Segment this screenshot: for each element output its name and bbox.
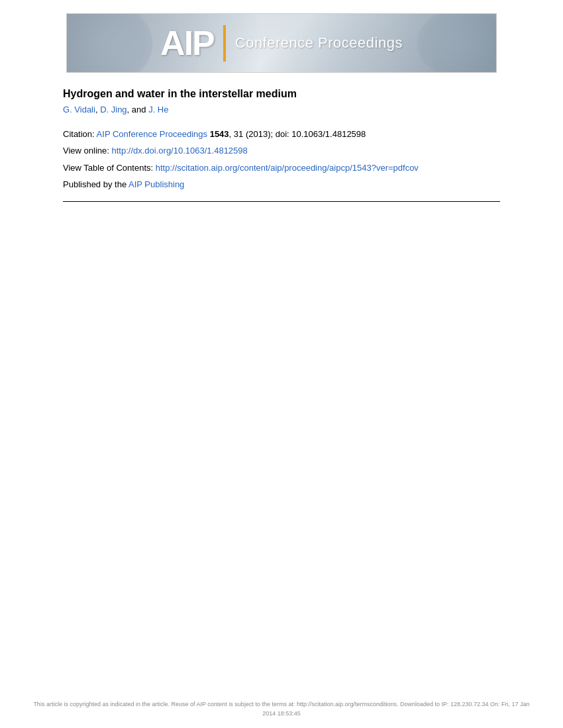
published-label: Published by the — [63, 179, 127, 189]
author-he[interactable]: J. He — [148, 105, 168, 114]
page-wrapper: AIP Conference Proceedings Hydrogen and … — [0, 0, 563, 728]
article-authors: G. Vidali, D. Jing, and J. He — [63, 105, 500, 114]
main-content: Hydrogen and water in the interstellar m… — [0, 73, 563, 728]
conference-proceedings-text: Conference Proceedings — [235, 34, 403, 52]
citation-line: Citation: AIP Conference Proceedings 154… — [63, 126, 500, 142]
view-toc-link[interactable]: http://scitation.aip.org/content/aip/pro… — [156, 163, 419, 173]
citation-pages: 31 (2013); doi: 10.1063/1.4812598 — [234, 129, 366, 139]
view-toc-label: View Table of Contents: — [63, 163, 153, 173]
published-by-line: Published by the AIP Publishing — [63, 177, 500, 192]
publisher-link[interactable]: AIP Publishing — [128, 179, 184, 189]
citation-volume: 1543 — [210, 129, 229, 139]
banner-divider-bar — [223, 25, 226, 62]
author-vidali[interactable]: G. Vidali — [63, 105, 95, 114]
header-banner: AIP Conference Proceedings — [66, 13, 497, 73]
author-jing[interactable]: D. Jing — [100, 105, 127, 114]
banner-content: AIP Conference Proceedings — [67, 14, 496, 72]
citation-volume-bold: 1543, — [210, 129, 234, 139]
citation-journal-link[interactable]: AIP Conference Proceedings — [97, 129, 207, 139]
view-online-line: View online: http://dx.doi.org/10.1063/1… — [63, 143, 500, 158]
view-toc-line: View Table of Contents: http://scitation… — [63, 160, 500, 175]
citation-label: Citation: — [63, 129, 95, 139]
view-online-link[interactable]: http://dx.doi.org/10.1063/1.4812598 — [112, 146, 248, 156]
view-online-label: View online: — [63, 146, 109, 156]
footer-text: This article is copyrighted as indicated… — [33, 701, 529, 717]
page-footer: This article is copyrighted as indicated… — [0, 700, 563, 718]
citation-block: Citation: AIP Conference Proceedings 154… — [63, 126, 500, 193]
aip-logo-text: AIP — [160, 26, 214, 60]
section-divider — [63, 201, 500, 202]
article-title: Hydrogen and water in the interstellar m… — [63, 87, 500, 101]
banner-logo-area: AIP Conference Proceedings — [160, 25, 403, 62]
